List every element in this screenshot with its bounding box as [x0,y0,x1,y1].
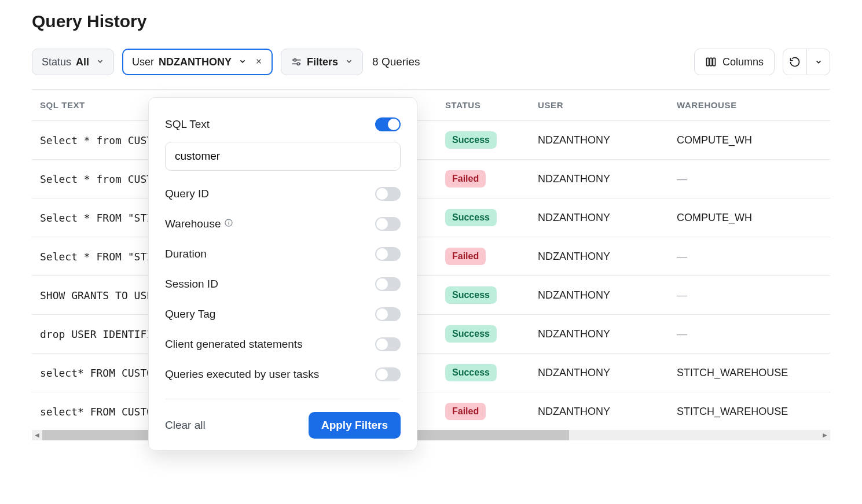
filter-row-queryTag: Query Tag [165,299,401,329]
toggle-queryTag[interactable] [375,307,401,321]
page-title: Query History [32,12,830,31]
status-badge: Success [445,325,497,343]
status-badge: Failed [445,170,486,187]
status-filter-pill[interactable]: Status All [32,49,114,75]
col-warehouse[interactable]: WAREHOUSE [669,90,830,121]
cell-status: Failed [437,237,530,276]
cell-status: Success [437,315,530,354]
filter-row-sql-text: SQL Text [165,115,401,137]
cell-user: NDZANTHONY [530,392,669,431]
svg-rect-7 [710,58,712,65]
sql-text-input[interactable] [165,142,401,171]
cell-warehouse: — [669,315,830,354]
filter-label-duration: Duration [165,248,207,260]
status-badge: Failed [445,248,486,265]
cell-status: Success [437,121,530,160]
toggle-clientGen[interactable] [375,337,401,351]
toggle-sessionId[interactable] [375,277,401,291]
toggle-sql-text[interactable] [375,117,401,131]
clear-all-link[interactable]: Clear all [165,419,206,432]
status-filter-label: Status [42,56,71,68]
chevron-down-icon [345,56,353,68]
filter-label-queryTag: Query Tag [165,308,215,321]
filter-toolbar: Status All User NDZANTHONY Filters 8 Que… [32,49,830,75]
refresh-menu-button[interactable] [806,49,830,75]
cell-status: Success [437,354,530,392]
col-user[interactable]: USER [530,90,669,121]
toggle-duration[interactable] [375,247,401,261]
scroll-right-arrow[interactable]: ► [820,430,830,440]
chevron-down-icon [239,56,247,68]
refresh-split-button [783,49,830,75]
columns-label: Columns [722,56,764,68]
sliders-icon [291,56,302,68]
filter-label-userTasks: Queries executed by user tasks [165,368,319,381]
filter-label-clientGen: Client generated statements [165,338,303,351]
cell-warehouse: — [669,237,830,276]
svg-point-5 [297,62,299,65]
user-filter-value: NDZANTHONY [159,56,232,68]
cell-user: NDZANTHONY [530,315,669,354]
svg-point-3 [294,59,296,61]
cell-warehouse: — [669,276,830,315]
filter-label-queryId: Query ID [165,187,209,200]
cell-user: NDZANTHONY [530,121,669,160]
status-badge: Success [445,286,497,304]
cell-status: Success [437,276,530,315]
filters-dropdown: SQL Text Query IDWarehouseDurationSessio… [148,97,417,451]
user-filter-pill[interactable]: User NDZANTHONY [122,49,273,75]
filter-label-sql-text: SQL Text [165,118,210,131]
chevron-down-icon [96,56,104,68]
columns-icon [705,56,717,68]
cell-warehouse: — [669,160,830,198]
filters-pill[interactable]: Filters [281,49,363,75]
filters-footer: Clear all Apply Filters [165,399,401,439]
filter-row-duration: Duration [165,239,401,269]
cell-user: NDZANTHONY [530,237,669,276]
filter-row-warehouse: Warehouse [165,209,401,239]
cell-status: Success [437,198,530,237]
info-icon[interactable] [224,218,233,227]
filter-label-sessionId: Session ID [165,278,218,290]
filters-label: Filters [307,56,338,68]
close-icon[interactable] [255,56,263,68]
cell-user: NDZANTHONY [530,160,669,198]
status-badge: Failed [445,403,486,420]
cell-warehouse: COMPUTE_WH [669,198,830,237]
filter-row-sessionId: Session ID [165,269,401,299]
cell-user: NDZANTHONY [530,198,669,237]
cell-user: NDZANTHONY [530,276,669,315]
cell-status: Failed [437,392,530,431]
cell-status: Failed [437,160,530,198]
columns-button[interactable]: Columns [694,49,775,75]
user-filter-label: User [132,56,154,68]
query-count: 8 Queries [372,56,420,68]
status-filter-value: All [76,56,89,68]
svg-rect-6 [706,58,709,65]
cell-user: NDZANTHONY [530,354,669,392]
apply-filters-button[interactable]: Apply Filters [309,412,401,439]
svg-rect-8 [713,58,715,65]
col-status[interactable]: STATUS [437,90,530,121]
status-badge: Success [445,131,497,149]
filter-label-warehouse: Warehouse [165,218,233,230]
svg-point-11 [229,220,229,221]
status-badge: Success [445,364,497,381]
scroll-left-arrow[interactable]: ◄ [32,430,42,440]
cell-warehouse: STITCH_WAREHOUSE [669,392,830,431]
filter-row-userTasks: Queries executed by user tasks [165,359,401,389]
toggle-queryId[interactable] [375,187,401,201]
cell-warehouse: STITCH_WAREHOUSE [669,354,830,392]
toggle-userTasks[interactable] [375,367,401,381]
filter-row-queryId: Query ID [165,179,401,209]
cell-warehouse: COMPUTE_WH [669,121,830,160]
filter-row-clientGen: Client generated statements [165,329,401,359]
status-badge: Success [445,209,497,226]
refresh-button[interactable] [783,49,806,75]
toggle-warehouse[interactable] [375,217,401,231]
